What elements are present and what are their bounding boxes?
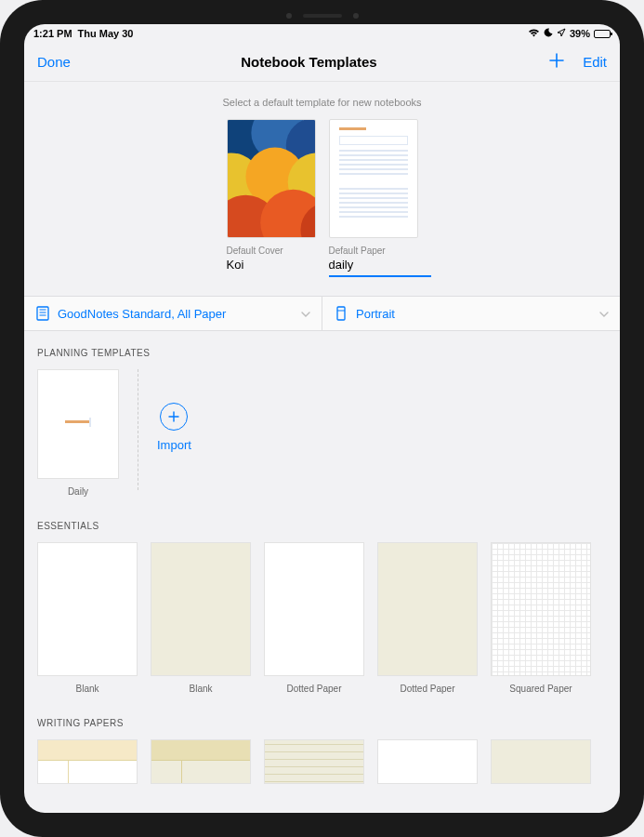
template-writing-3[interactable] bbox=[264, 739, 364, 784]
dnd-icon bbox=[544, 28, 553, 39]
template-dotted-cream[interactable]: Dotted Paper bbox=[377, 542, 478, 694]
divider bbox=[138, 369, 138, 490]
template-blank-white[interactable]: Blank bbox=[37, 542, 138, 694]
template-writing-4[interactable] bbox=[377, 739, 478, 784]
template-icon bbox=[35, 306, 50, 321]
template-writing-1[interactable] bbox=[37, 739, 138, 784]
page-title: Notebook Templates bbox=[241, 54, 376, 70]
default-cover-value: Koi bbox=[227, 258, 316, 272]
template-writing-5[interactable] bbox=[491, 739, 591, 784]
section-planning-title: Planning Templates bbox=[37, 348, 607, 358]
filter-standard-label: GoodNotes Standard, All Paper bbox=[58, 307, 226, 321]
template-name: Blank bbox=[75, 684, 99, 694]
status-time: 1:21 PM bbox=[33, 28, 72, 39]
filter-orientation[interactable]: Portrait bbox=[322, 297, 620, 330]
template-daily[interactable]: Daily bbox=[37, 369, 119, 497]
template-name: Blank bbox=[189, 684, 212, 694]
section-writing-title: Writing Papers bbox=[37, 718, 607, 728]
done-button[interactable]: Done bbox=[37, 54, 71, 70]
filter-orientation-label: Portrait bbox=[356, 307, 395, 321]
template-name: Squared Paper bbox=[509, 684, 572, 694]
status-bar: 1:21 PM Thu May 30 39% bbox=[24, 24, 620, 43]
nav-header: Done Notebook Templates Edit bbox=[24, 43, 620, 82]
plus-circle-icon bbox=[160, 403, 188, 431]
template-name: Dotted Paper bbox=[287, 684, 342, 694]
filter-paper-standard[interactable]: GoodNotes Standard, All Paper bbox=[24, 297, 322, 330]
template-writing-2[interactable] bbox=[151, 739, 251, 784]
template-dotted-white[interactable]: Dotted Paper bbox=[264, 542, 364, 694]
default-cover-thumb[interactable] bbox=[227, 119, 316, 238]
status-date: Thu May 30 bbox=[78, 28, 134, 39]
subtitle: Select a default template for new notebo… bbox=[24, 97, 620, 108]
template-name: Daily bbox=[68, 486, 88, 497]
svg-rect-10 bbox=[37, 307, 48, 320]
svg-rect-14 bbox=[337, 307, 345, 320]
default-paper-thumb[interactable] bbox=[329, 119, 418, 238]
template-squared[interactable]: Squared Paper bbox=[491, 542, 591, 694]
chevron-down-icon bbox=[599, 307, 609, 320]
import-button[interactable]: Import bbox=[157, 403, 191, 452]
battery-pct: 39% bbox=[570, 28, 590, 39]
portrait-icon bbox=[334, 306, 348, 321]
default-cover-label: Default Cover bbox=[227, 246, 316, 256]
default-paper-label: Default Paper bbox=[329, 246, 418, 256]
location-icon bbox=[557, 28, 566, 39]
wifi-icon bbox=[528, 28, 540, 39]
add-button[interactable] bbox=[547, 51, 566, 73]
template-blank-cream[interactable]: Blank bbox=[151, 542, 251, 694]
battery-icon bbox=[594, 30, 611, 38]
template-name: Dotted Paper bbox=[401, 684, 455, 694]
chevron-down-icon bbox=[301, 307, 310, 320]
edit-button[interactable]: Edit bbox=[583, 54, 607, 70]
section-essentials-title: Essentials bbox=[37, 521, 607, 531]
import-label: Import bbox=[157, 438, 191, 452]
default-paper-input[interactable] bbox=[329, 256, 418, 273]
